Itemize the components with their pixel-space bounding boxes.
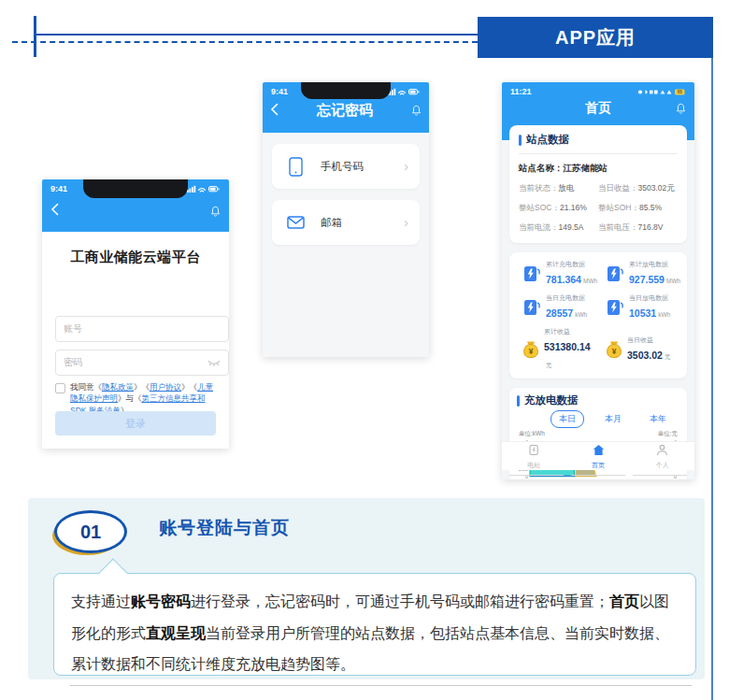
paragraph-run: 支持通过 [71, 593, 131, 609]
nav-item-个人[interactable]: 个人 [630, 442, 694, 470]
account-input[interactable]: 账号 [55, 316, 229, 342]
password-input[interactable]: 密码 [55, 350, 229, 376]
stat-value: 10531 [629, 307, 656, 319]
stat-unit: MWh [666, 278, 680, 284]
agreement-link[interactable]: 用户协议 [150, 382, 181, 392]
screen-title: 忘记密码 [317, 102, 373, 120]
stat-value: 3503.02 [627, 350, 663, 361]
site-info-cell: 当前状态：放电 [519, 183, 598, 194]
login-button[interactable]: 登录 [55, 411, 216, 436]
forgot-password-screenshot: 9:41 忘记密码 手机号码›邮箱› [263, 82, 429, 357]
page-bottom-divider [70, 685, 692, 686]
home-screenshot: 11:21 66 首页 站点数据 站点名称：江苏储能站当前状态：放电当日收益：3… [502, 82, 694, 479]
stat-unit: 元 [546, 362, 552, 368]
nav-label: 电站 [527, 461, 540, 470]
moneybag-icon: ¥ [522, 340, 539, 359]
bell-icon[interactable] [411, 105, 422, 117]
back-icon[interactable] [270, 103, 279, 120]
site-info-row: 当前电流：149.5A当前电压：716.8V [519, 222, 678, 234]
chevron-right-icon: › [404, 159, 408, 174]
site-info-cell: 当前电流：149.5A [519, 222, 598, 234]
agreement-text-run: 》与《 [118, 393, 142, 403]
charger-icon [606, 264, 624, 284]
stat-value: 927.559 [629, 274, 665, 285]
stat-value: 531380.14 [544, 341, 591, 352]
nav-item-首页[interactable]: 首页 [566, 442, 631, 470]
agree-checkbox[interactable] [55, 383, 65, 393]
back-icon[interactable] [50, 203, 59, 220]
right-axis-unit: 单位:元 [658, 430, 678, 438]
stat-item: 当日充电数据28557kWh [515, 293, 598, 321]
stat-value: 28557 [546, 307, 573, 319]
stat-label: 累计充电数据 [546, 260, 597, 269]
stat-unit: MWh [583, 278, 597, 284]
site-info-row: 站点名称：江苏储能站 [519, 163, 678, 175]
bell-icon[interactable] [676, 102, 686, 119]
site-info-cell: 当日收益：3503.02元 [598, 183, 678, 194]
stat-label: 当日放电数据 [629, 293, 670, 303]
stat-item: ¥当日收益3503.02元 [598, 327, 681, 371]
forgot-options: 手机号码›邮箱› [263, 144, 429, 245]
bell-icon[interactable] [210, 206, 221, 218]
section-number-badge: 01 [54, 510, 127, 553]
login-header: 9:41 [42, 179, 229, 232]
tab-本月[interactable]: 本月 [597, 411, 629, 427]
nav-underlines [502, 475, 694, 476]
moneybag-icon: ¥ [606, 340, 622, 359]
chart-period-tabs: 本日本月本年 [517, 410, 674, 428]
section-tag: APP应用 [478, 17, 713, 58]
charger-icon [522, 297, 541, 318]
mail-icon [283, 216, 307, 229]
bottom-nav: 电站首页个人 [502, 441, 694, 470]
nav-item-电站[interactable]: 电站 [502, 442, 566, 470]
stat-label: 累计收益 [544, 327, 598, 336]
screen-title: 首页 [502, 100, 694, 117]
header-left-bar [34, 16, 36, 57]
option-label: 邮箱 [321, 216, 404, 230]
stat-label: 累计放电数据 [629, 260, 680, 269]
site-info-rows: 站点名称：江苏储能站当前状态：放电当日收益：3503.02元整站SOC：21.1… [519, 163, 678, 234]
card-title: 站点数据 [526, 133, 569, 147]
chevron-right-icon: › [404, 215, 408, 230]
divider [519, 153, 678, 154]
card-accent-bar [519, 135, 522, 146]
stats-card: 累计充电数据781.364MWh累计放电数据927.559MWh当日充电数据28… [509, 252, 687, 379]
charger-icon [522, 264, 541, 284]
status-icons [187, 180, 221, 197]
phone-icon [283, 157, 307, 177]
svg-text:¥: ¥ [612, 346, 617, 355]
stat-unit: 元 [665, 353, 671, 360]
stat-item: 当日放电数据10531kWh [598, 293, 681, 321]
card-title: 充放电数据 [524, 393, 579, 407]
agreement-link[interactable]: 隐私政策 [102, 382, 134, 392]
stat-item: 累计放电数据927.559MWh [598, 260, 681, 287]
header-solid-rule [36, 34, 478, 36]
nav-label: 个人 [656, 461, 669, 470]
stat-item: ¥累计收益531380.14元 [515, 327, 598, 371]
section-tag-label: APP应用 [555, 25, 636, 50]
password-placeholder: 密码 [64, 356, 207, 369]
stat-unit: kWh [575, 311, 587, 318]
paragraph-bold-run: 账号密码 [131, 593, 191, 609]
site-info-row: 当前状态：放电当日收益：3503.02元 [519, 183, 678, 194]
paragraph-bold-run: 首页 [609, 593, 639, 609]
tab-本年[interactable]: 本年 [642, 411, 674, 427]
home-icon [593, 443, 605, 460]
charging-station-icon [528, 443, 540, 460]
tab-本日[interactable]: 本日 [550, 410, 584, 428]
site-info-cell: 当前电压：716.8V [598, 222, 678, 234]
site-info-row: 整站SOC：21.16%整站SOH：85.5% [519, 203, 678, 214]
agreement-text-run: 我同意《 [70, 382, 102, 392]
phone-notch [301, 82, 391, 99]
status-time: 9:41 [50, 184, 67, 193]
agreement-text-run: 》《 [134, 382, 150, 392]
svg-text:¥: ¥ [529, 346, 534, 355]
section-title: 账号登陆与首页 [159, 516, 290, 540]
svg-text:66: 66 [678, 90, 683, 94]
forgot-option-email[interactable]: 邮箱› [272, 200, 420, 245]
header-dashed-rule [12, 41, 478, 43]
status-time: 11:21 [510, 87, 532, 96]
description-bubble: 支持通过账号密码进行登录，忘记密码时，可通过手机号码或邮箱进行密码重置；首页以图… [53, 573, 696, 676]
forgot-option-phone[interactable]: 手机号码› [272, 144, 420, 189]
eye-closed-icon[interactable] [207, 354, 221, 371]
